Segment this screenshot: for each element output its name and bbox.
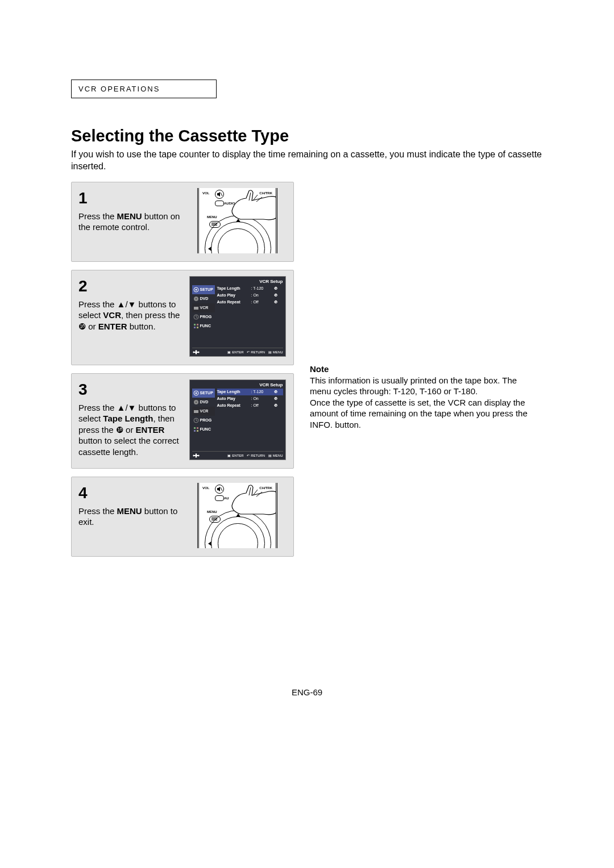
menu-label: MENU (207, 510, 217, 514)
remote-illustration: VOL CH/TRK AU MENU (188, 483, 287, 548)
svg-rect-8 (197, 324, 198, 326)
step-text: 4 Press the MENU button to exit. (78, 483, 188, 528)
osd-title: VCR Setup (192, 279, 283, 284)
sidebar-item-setup: SETUP (192, 285, 215, 294)
svg-rect-19 (194, 430, 196, 432)
remote-illustration: VOL CH/TRK AUDIO MENU (188, 188, 287, 253)
note-paragraph: Once the type of cassette is set, the VC… (310, 397, 537, 431)
right-arrow-icon: ❿ (274, 403, 277, 408)
intro-text: If you wish to use the tape counter to d… (71, 149, 543, 173)
vol-label: VOL (202, 486, 209, 490)
osd-sidebar: SETUP DVD VCR PROG FUNC (192, 389, 215, 434)
right-arrow-icon: ❿ (274, 397, 277, 401)
minus-button-icon (215, 495, 224, 501)
right-arrow-icon: ❿ (274, 300, 277, 304)
step-text: 1 Press the MENU button on the remote co… (78, 188, 188, 233)
osd-screenshot: VCR Setup SETUP DVD VCR PROG FUNC Tape L… (188, 379, 287, 460)
svg-rect-5 (194, 307, 198, 310)
sidebar-item-setup: SETUP (192, 389, 215, 398)
svg-rect-15 (194, 410, 198, 413)
svg-point-4 (196, 298, 197, 299)
step-text: 3 Press the ▲/▼ buttons to select Tape L… (78, 379, 188, 458)
hand-icon (229, 188, 277, 222)
page-title: Selecting the Cassette Type (71, 127, 543, 145)
osd-rows: Tape Length: T-120❿ Auto Play: On❿ Auto … (215, 285, 283, 331)
right-arrow-icon: ❿ (274, 390, 277, 394)
sidebar-item-vcr: VCR (192, 407, 215, 416)
osd-row: Tape Length: T-120❿ (217, 389, 283, 395)
section-label-text: VCR OPERATIONS (78, 85, 160, 93)
step-1: 1 Press the MENU button on the remote co… (71, 182, 294, 262)
note-heading: Note (310, 364, 537, 375)
osd-footer: ▣ ENTER ↶ RETURN ▤ MENU (192, 348, 283, 355)
svg-rect-17 (194, 427, 196, 429)
osd-row: Tape Length: T-120❿ (217, 285, 283, 292)
osd-row: Auto Play: On❿ (217, 292, 283, 299)
sidebar-item-prog: PROG (192, 416, 215, 425)
menu-label: MENU (207, 215, 217, 219)
sidebar-item-dvd: DVD (192, 398, 215, 407)
move-icon (192, 349, 200, 355)
step-number: 4 (78, 483, 184, 503)
sidebar-item-vcr: VCR (192, 303, 215, 312)
page-number: ENG-69 (71, 687, 543, 697)
mute-icon (215, 190, 224, 199)
step-3: 3 Press the ▲/▼ buttons to select Tape L… (71, 373, 294, 469)
osd-row: Auto Repeat: Off❿ (217, 299, 283, 306)
step-4: 4 Press the MENU button to exit. VOL CH/… (71, 477, 294, 557)
manual-page: VCR OPERATIONS Selecting the Cassette Ty… (71, 80, 543, 697)
move-icon (192, 453, 200, 458)
sidebar-item-func: FUNC (192, 425, 215, 434)
step-number: 3 (78, 379, 184, 400)
osd-sidebar: SETUP DVD VCR PROG FUNC (192, 285, 215, 331)
right-arrow-icon: ❿ (274, 293, 277, 298)
svg-rect-9 (194, 327, 196, 328)
svg-rect-20 (197, 430, 198, 432)
note-section: Note This information is usually printed… (310, 364, 537, 430)
right-arrow-icon: ❿ (274, 286, 277, 291)
section-label: VCR OPERATIONS (71, 80, 217, 98)
osd-title: VCR Setup (192, 382, 283, 387)
step-text: 2 Press the ▲/▼ buttons to select VCR, t… (78, 276, 188, 332)
note-paragraph: This information is usually printed on t… (310, 375, 537, 397)
svg-rect-18 (197, 427, 198, 429)
osd-row: Auto Play: On❿ (217, 395, 283, 402)
step-number: 2 (78, 276, 184, 297)
hand-icon (229, 483, 277, 517)
steps-column: 1 Press the MENU button on the remote co… (71, 182, 294, 557)
step-number: 1 (78, 188, 184, 208)
osd-footer: ▣ ENTER ↶ RETURN ▤ MENU (192, 451, 283, 458)
step-2: 2 Press the ▲/▼ buttons to select VCR, t… (71, 270, 294, 365)
mute-icon (215, 485, 224, 494)
sidebar-item-prog: PROG (192, 312, 215, 322)
audio-label: AU (224, 496, 229, 500)
svg-rect-10 (197, 327, 198, 328)
vol-label: VOL (202, 191, 209, 195)
svg-line-21 (221, 487, 222, 491)
svg-point-12 (195, 392, 197, 394)
svg-line-0 (221, 193, 222, 196)
sidebar-item-dvd: DVD (192, 294, 215, 303)
osd-row: Auto Repeat: Off❿ (217, 402, 283, 409)
sidebar-item-func: FUNC (192, 322, 215, 331)
osd-screenshot: VCR Setup SETUP DVD VCR PROG FUNC Tape L… (188, 276, 287, 357)
minus-button-icon (215, 201, 224, 206)
svg-point-14 (196, 402, 197, 403)
svg-point-2 (195, 289, 197, 290)
svg-rect-7 (194, 324, 196, 326)
osd-rows: Tape Length: T-120❿ Auto Play: On❿ Auto … (215, 389, 283, 434)
